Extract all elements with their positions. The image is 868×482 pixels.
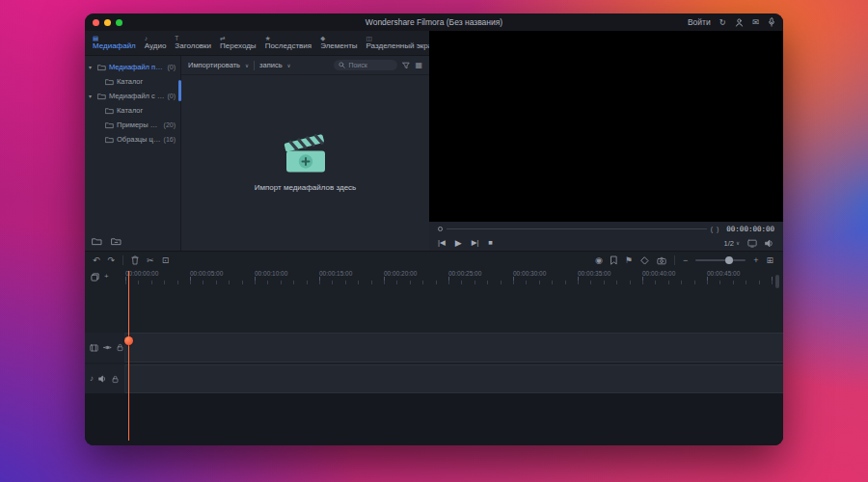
tab-label: Разделенный экран	[366, 41, 437, 51]
mute-icon[interactable]	[98, 375, 107, 383]
zoom-out-icon[interactable]: −	[683, 256, 688, 265]
folder-icon	[97, 64, 106, 71]
timeline-ruler[interactable]: 00:00:00:0000:00:05:0000:00:10:0000:00:1…	[125, 269, 783, 284]
sidebar-item-count: (0)	[167, 64, 176, 70]
undo-icon[interactable]: ↶	[93, 256, 100, 265]
zoom-slider[interactable]	[695, 259, 746, 261]
snapshot-icon[interactable]	[657, 256, 666, 265]
lock-icon[interactable]	[117, 343, 123, 352]
lock-icon[interactable]	[112, 375, 119, 384]
video-track	[85, 333, 783, 362]
crop-icon[interactable]: ⊡	[162, 256, 170, 265]
keyframe-icon[interactable]	[640, 256, 649, 265]
mail-icon[interactable]: ✉	[752, 18, 759, 27]
sidebar-item[interactable]: ▾ Медиафайл проекта (0)	[85, 60, 180, 74]
desktop-background: Wondershare Filmora (Без названия) Войти…	[0, 0, 868, 482]
toolbar-tab[interactable]: T Заголовки	[175, 35, 211, 51]
view-grid-icon[interactable]: ▦	[415, 62, 422, 69]
folder-icon	[105, 107, 114, 115]
panel-resize-handle[interactable]	[178, 80, 181, 101]
zoom-fit-icon[interactable]: ⊞	[766, 256, 773, 265]
toolbar-tabs: ▤ Медиафайл ♪ Аудио T Заголовки	[93, 35, 437, 51]
add-track-icon[interactable]: +	[104, 273, 109, 281]
delete-folder-icon[interactable]	[111, 237, 122, 246]
mic-icon[interactable]	[768, 17, 775, 27]
fullscreen-icon[interactable]	[747, 239, 757, 248]
toolbar-tab[interactable]: ◫ Разделенный экран	[366, 35, 437, 51]
preview-quality-dropdown[interactable]: 1/2 ∨	[724, 239, 740, 248]
sidebar-item[interactable]: ▾ Каталог	[85, 74, 180, 89]
scrubber-track[interactable]	[447, 228, 707, 229]
folder-icon	[105, 78, 114, 86]
folder-icon	[105, 121, 114, 129]
timeline-body: ♪	[85, 284, 783, 445]
disclosure-icon[interactable]: ▾	[89, 64, 95, 70]
video-track-lane[interactable]	[125, 333, 783, 362]
close-window-button[interactable]	[93, 19, 99, 26]
divider	[254, 61, 255, 70]
play-button[interactable]: ▶	[455, 239, 462, 248]
redo-icon[interactable]: ↷	[108, 256, 116, 265]
account-icon[interactable]	[735, 18, 744, 27]
playhead[interactable]	[128, 271, 129, 441]
sidebar-items: ▾ Медиафайл проекта (0) ▾	[85, 60, 180, 147]
toolbar-tab[interactable]: ⇄ Переходы	[220, 35, 257, 51]
empty-state-text: Импорт медиафайлов здесь	[255, 183, 357, 192]
sidebar-item-count: (0)	[167, 93, 176, 99]
flag-icon[interactable]: ⚑	[625, 256, 633, 265]
track-manage-header: +	[85, 269, 125, 284]
playhead-handle[interactable]	[124, 336, 133, 345]
zoom-in-icon[interactable]: +	[753, 256, 758, 265]
sync-icon[interactable]: ↻	[719, 18, 726, 27]
toolbar-tab[interactable]: ◆ Элементы	[320, 35, 357, 51]
manage-tracks-icon[interactable]	[91, 273, 99, 281]
media-empty-state[interactable]: Импорт медиафайлов здесь	[181, 75, 429, 251]
volume-icon[interactable]	[765, 239, 774, 248]
media-panel: Импортировать ∨ запись ∨	[181, 56, 429, 251]
new-folder-icon[interactable]	[92, 237, 102, 246]
ruler-timestamp: 00:00:40:00	[642, 269, 707, 284]
chevron-down-icon: ∨	[245, 63, 249, 68]
record-voiceover-icon[interactable]: ◉	[595, 256, 603, 265]
toolbar-tab[interactable]: ♪ Аудио	[145, 35, 167, 51]
disclosure-icon[interactable]: ▾	[89, 93, 95, 99]
next-frame-button[interactable]: ▶|	[472, 239, 479, 247]
split-icon[interactable]: ✂	[147, 256, 154, 265]
sidebar-item[interactable]: ▾ Каталог	[85, 103, 180, 118]
zoom-slider-handle[interactable]	[725, 256, 733, 264]
audio-track: ♪	[85, 364, 783, 393]
sidebar-item[interactable]: ▾ Медиафайл с совме... (0)	[85, 89, 180, 103]
zoom-window-button[interactable]	[116, 19, 122, 26]
preview-timecode: 00:00:00:00	[726, 225, 774, 233]
mark-in-icon[interactable]: (	[711, 226, 713, 232]
stop-button[interactable]: ■	[488, 239, 493, 247]
tab-label: Медиафайл	[93, 41, 136, 51]
delete-icon[interactable]	[131, 255, 139, 265]
eye-icon[interactable]	[103, 344, 112, 351]
chevron-down-icon: ∨	[287, 63, 291, 68]
mark-out-icon[interactable]: )	[717, 226, 719, 232]
toolbar-tab[interactable]: ▤ Медиафайл	[93, 35, 136, 51]
login-button[interactable]: Войти	[688, 17, 711, 27]
scrubber-handle[interactable]	[438, 227, 443, 231]
sidebar-item[interactable]: ▾ Примеры видео (20)	[85, 118, 180, 132]
clapperboard-icon	[283, 134, 329, 174]
toolbar-tab[interactable]: ★ Последствия	[265, 35, 312, 51]
previous-frame-button[interactable]: |◀	[438, 239, 446, 247]
search-box[interactable]	[334, 60, 397, 70]
tab-icon: T	[175, 35, 178, 41]
filter-icon[interactable]	[402, 62, 410, 69]
divider	[674, 255, 675, 265]
marker-icon[interactable]	[610, 255, 617, 265]
preview-screen[interactable]	[429, 31, 783, 222]
minimize-window-button[interactable]	[104, 19, 111, 26]
import-dropdown[interactable]: Импортировать	[188, 61, 240, 69]
ruler-timestamp: 00:00:45:00	[707, 269, 772, 284]
record-dropdown[interactable]: запись	[259, 61, 283, 69]
tab-icon: ◆	[320, 35, 325, 41]
sidebar-item[interactable]: ▾ Образцы цветов (16)	[85, 132, 180, 147]
search-input[interactable]	[348, 62, 391, 68]
sidebar-item-label: Медиафайл проекта	[109, 63, 164, 71]
audio-track-lane[interactable]	[125, 364, 783, 393]
vertical-scrollbar-thumb[interactable]	[775, 275, 779, 288]
